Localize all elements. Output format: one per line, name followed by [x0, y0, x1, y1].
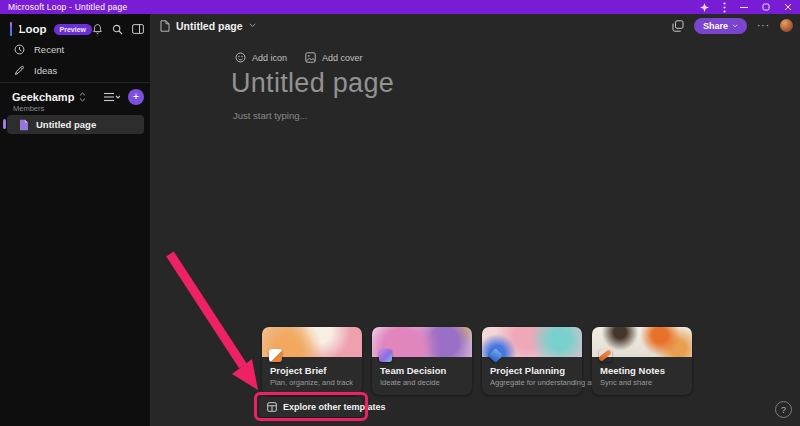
breadcrumb-label: Untitled page [176, 20, 243, 32]
body-placeholder[interactable]: Just start typing... [233, 110, 307, 121]
ideas-icon [14, 65, 25, 76]
template-title: Project Planning [490, 365, 565, 376]
share-label: Share [703, 21, 728, 31]
template-subtitle: Aggregate for understanding an... [490, 378, 602, 387]
explore-templates-label: Explore other templates [283, 402, 386, 412]
main-area: Untitled page Share ··· [150, 14, 800, 426]
sidebar-item-label: Ideas [34, 65, 57, 76]
page-document-icon [19, 119, 29, 131]
sidebar: Loop Preview Recent [0, 14, 150, 426]
page-title-placeholder[interactable]: Untitled page [231, 68, 394, 99]
browser-titlebar: Microsoft Loop - Untitled page [0, 0, 800, 14]
workspace-members-label: Members [13, 104, 44, 113]
close-icon[interactable] [784, 3, 792, 11]
search-icon[interactable] [112, 24, 123, 35]
sidebar-item-ideas[interactable]: Ideas [6, 61, 144, 79]
add-cover-label: Add cover [322, 53, 363, 63]
browser-menu-icon[interactable] [723, 2, 726, 13]
document-icon [160, 20, 170, 32]
preview-badge: Preview [54, 24, 92, 35]
template-card-team-decision[interactable]: Team Decision Ideate and decide [372, 327, 472, 395]
template-card-meeting-notes[interactable]: Meeting Notes Sync and share [592, 327, 692, 395]
avatar[interactable] [780, 19, 793, 32]
help-button[interactable]: ? [775, 401, 792, 418]
template-pencil-icon [599, 349, 612, 362]
new-page-button[interactable]: + [128, 89, 144, 105]
window-title: Microsoft Loop - Untitled page [8, 2, 127, 12]
notifications-icon[interactable] [92, 23, 103, 35]
app-window: Microsoft Loop - Untitled page Loop Prev… [0, 0, 800, 426]
image-icon [305, 52, 316, 63]
sidebar-item-label: Recent [34, 44, 64, 55]
collapse-pane-icon[interactable] [132, 24, 144, 34]
breadcrumb[interactable]: Untitled page [160, 20, 256, 32]
app-name: Loop [18, 23, 46, 35]
template-card-project-planning[interactable]: Project Planning Aggregate for understan… [482, 327, 582, 395]
add-icon-button[interactable]: Add icon [235, 52, 287, 63]
sidebar-item-recent[interactable]: Recent [6, 40, 144, 58]
workspace-sort-icon[interactable] [79, 92, 86, 102]
template-subtitle: Sync and share [600, 378, 652, 387]
loop-logo-icon [10, 22, 12, 36]
template-card-project-brief[interactable]: Project Brief Plan, organize, and track [262, 327, 362, 395]
template-title: Meeting Notes [600, 365, 665, 376]
templates-grid-icon [267, 402, 277, 412]
template-subtitle: Plan, organize, and track [270, 378, 353, 387]
template-title: Project Brief [270, 365, 327, 376]
view-options-icon[interactable] [104, 92, 120, 102]
chevron-down-icon [249, 23, 256, 28]
clock-icon [14, 44, 25, 55]
sidebar-page-untitled[interactable]: Untitled page [7, 115, 144, 134]
template-page-icon [269, 349, 282, 362]
template-unicorn-icon [379, 349, 392, 362]
sidebar-divider [0, 82, 150, 83]
more-menu-button[interactable]: ··· [757, 20, 770, 31]
pages-icon[interactable] [672, 20, 684, 32]
template-subtitle: Ideate and decide [380, 378, 440, 387]
share-button[interactable]: Share [694, 18, 747, 34]
template-title: Team Decision [380, 365, 446, 376]
maximize-icon[interactable] [762, 3, 770, 11]
smiley-icon [235, 52, 246, 63]
explore-other-templates-button[interactable]: Explore other templates [259, 397, 363, 417]
minimize-icon[interactable] [740, 3, 748, 11]
page-item-label: Untitled page [36, 119, 96, 130]
add-icon-label: Add icon [252, 53, 287, 63]
add-cover-button[interactable]: Add cover [305, 52, 363, 63]
selected-page-indicator [3, 119, 6, 129]
workspace-name[interactable]: Geekchamp [12, 91, 74, 103]
extensions-icon[interactable] [700, 3, 709, 12]
